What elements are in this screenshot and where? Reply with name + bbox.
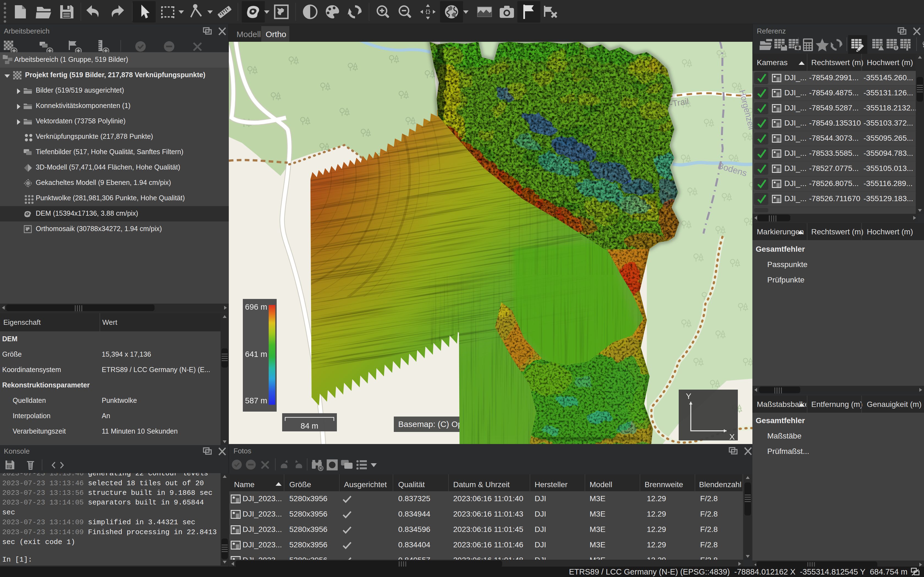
svg-text:Y: Y	[686, 392, 691, 401]
svg-text:641 m: 641 m	[245, 350, 267, 359]
svg-text:587 m: 587 m	[245, 396, 267, 405]
svg-text:84 m: 84 m	[300, 421, 318, 430]
svg-text:Basemap: (C) Ope: Basemap: (C) Ope	[398, 419, 467, 429]
svg-text:X: X	[729, 432, 735, 441]
svg-text:696 m: 696 m	[245, 303, 267, 311]
